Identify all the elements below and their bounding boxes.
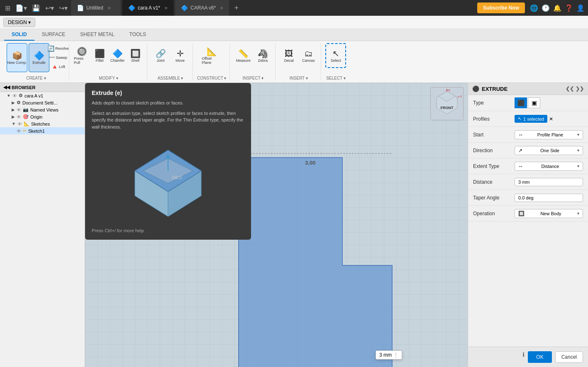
tab-caraa-v6[interactable]: 🔷 CARAA v6* ✕ [175,0,229,16]
select-button[interactable]: ↖ Select [325,43,346,68]
distance-input[interactable] [515,178,583,186]
extrude-preview-svg: 100.0 [110,138,226,221]
move-button[interactable]: ✛ Move [171,43,189,68]
redo-icon[interactable]: ↪▾ [57,2,69,14]
press-pull-button[interactable]: 🔘 Press Pull [73,43,90,68]
create-label[interactable]: CREATE ▾ [26,76,46,80]
operation-dropdown[interactable]: 🔲 New Body ▾ [515,209,583,218]
browser-collapse-icon[interactable]: ◀◀ [3,85,10,90]
design-menu-button[interactable]: DESIGN ▾ [3,18,35,27]
eye-icon-origin[interactable]: 👁 [17,114,21,119]
panel-expand-icon[interactable]: ❯❯ [576,86,584,92]
start-label: Start [473,132,515,138]
tab-solid[interactable]: SOLID [4,29,34,41]
new-component-label: New Comp. [7,61,27,65]
canvas-area[interactable]: Extrude (e) Adds depth to closed sketch … [85,83,468,367]
browser-item-named-views[interactable]: ▶ 👁 📷 Named Views [0,106,85,113]
browser-item-cara[interactable]: ▼ 👁 ⚙ cara A v1 [0,92,85,99]
revolve-button[interactable]: 🔄 Revolve [51,44,66,53]
modify-label[interactable]: MODIFY ▾ [99,76,118,80]
sweep-icon: 〰 [49,54,55,61]
add-tab-button[interactable]: + [231,4,242,12]
profiles-clear-button[interactable]: ✕ [549,116,553,122]
construct-plane-button[interactable]: 📐 Offset Plane [201,43,222,68]
info-icon[interactable]: ℹ [522,351,525,363]
tab-untitled-close[interactable]: ✕ [107,6,111,10]
floating-input-options[interactable]: ⋮ [393,352,398,358]
browser-item-doc-settings[interactable]: ▶ ⚙ Document Setti... [0,99,85,106]
inspect-row: 📏 Measure 🦓 Zebra [234,43,272,68]
insert-label[interactable]: INSERT ▾ [290,76,308,80]
tab-cara-av1[interactable]: 🔷 cara A v1* ✕ [122,0,173,16]
browser-item-origin[interactable]: ▶ 👁 🎯 Origin [0,113,85,120]
clock-icon[interactable]: 🕐 [542,4,550,12]
save-icon[interactable]: 💾 [30,2,42,14]
direction-dropdown[interactable]: ↗ One Side ▾ [515,146,583,155]
start-row: Start ↔ Profile Plane ▾ [468,127,588,143]
ok-button[interactable]: OK [528,351,551,363]
construct-icon: 📐 [207,46,217,56]
help-icon[interactable]: ❓ [565,4,573,12]
titlebar: ⊞ 📄▾ 💾 ↩▾ ↪▾ 📄 Untitled ✕ 🔷 cara A v1* ✕… [0,0,588,16]
bell-icon[interactable]: 🔔 [553,4,561,12]
zebra-button[interactable]: 🦓 Zebra [254,43,272,68]
tab-caraa-icon: 🔷 [181,5,188,11]
browser-item-sketch1[interactable]: 👁 ✏ Sketch1 [0,127,85,134]
extrude-button[interactable]: 🔷 Extrude [29,43,49,72]
eye-icon-named-views[interactable]: 👁 [17,107,21,112]
joint-label: Joint [156,58,164,63]
chamfer-button[interactable]: 🔷 Chamfer [109,43,126,68]
floating-input[interactable]: 3 mm ⋮ [376,350,402,360]
type-thin-button[interactable]: ▣ [528,97,540,108]
user-avatar[interactable]: 👤 [576,4,585,12]
tab-cara-close[interactable]: ✕ [164,6,168,10]
undo-icon[interactable]: ↩▾ [44,2,56,14]
tab-sheet-metal[interactable]: SHEET METAL [73,29,122,41]
tab-tools[interactable]: TOOLS [122,29,154,41]
extrude-icon: 🔷 [34,51,44,61]
decal-button[interactable]: 🖼 Decal [280,43,298,68]
start-dropdown[interactable]: ↔ Profile Plane ▾ [515,130,583,139]
new-component-button[interactable]: 📦 New Comp. [7,43,27,72]
profiles-row: Profiles ↖ 1 selected ✕ [468,111,588,127]
sweep-button[interactable]: 〰 Sweep [51,53,66,62]
tab-untitled[interactable]: 📄 Untitled ✕ [71,0,121,16]
viewcube[interactable]: FRONT Z X [430,87,464,120]
measure-button[interactable]: 📏 Measure [234,43,252,68]
origin-chevron: ▶ [12,114,15,119]
tab-caraa-close[interactable]: ✕ [220,6,223,10]
fillet-button[interactable]: ⬛ Fillet [91,43,108,68]
operation-control: 🔲 New Body ▾ [515,209,583,218]
joint-button[interactable]: 🔗 Joint [151,43,170,68]
eye-icon-cara[interactable]: 👁 [12,93,17,98]
extrude-panel-header: ⚫ EXTRUDE ❮❮ ❯❯ [468,83,588,95]
eye-icon-sketches[interactable]: 👁 [17,122,22,126]
tooltip-footer: Press Ctrl+/ for more help. [92,228,244,233]
apps-icon[interactable]: ⊞ [3,2,12,14]
tooltip-desc1: Adds depth to closed sketch profiles or … [92,100,244,107]
account-icon[interactable]: 🌐 [530,4,538,12]
select-label[interactable]: SELECT ▾ [326,76,346,80]
construct-label[interactable]: CONSTRUCT ▾ [197,76,226,80]
file-menu-icon[interactable]: 📄▾ [14,2,29,14]
assemble-label[interactable]: ASSEMBLE ▾ [158,76,183,80]
canvas-button[interactable]: 🗂 Canvas [299,43,317,68]
tab-surface[interactable]: SURFACE [34,29,73,41]
browser-item-sketches[interactable]: ▼ 👁 📐 Sketches [0,120,85,127]
loft-button[interactable]: 🔺 Loft [51,63,66,71]
taper-input[interactable] [515,194,583,202]
inspect-label[interactable]: INSPECT ▾ [242,76,264,80]
subscribe-button[interactable]: Subscribe Now [477,2,525,13]
svg-text:Z: Z [448,89,450,92]
svg-text:100.0: 100.0 [171,175,182,180]
svg-marker-8 [239,158,392,367]
cancel-button[interactable]: Cancel [555,351,583,363]
start-control: ↔ Profile Plane ▾ [515,130,583,139]
extent-type-dropdown[interactable]: ↔ Distance ▾ [515,162,583,171]
shell-button[interactable]: 🔲 Shell [127,43,144,68]
eye-icon-sketch1[interactable]: 👁 [17,129,21,134]
type-solid-button[interactable]: ⬛ [515,97,527,108]
select-row: ↖ Select [325,43,346,68]
panel-collapse-icon[interactable]: ❮❮ [566,86,574,92]
direction-control: ↗ One Side ▾ [515,146,583,155]
